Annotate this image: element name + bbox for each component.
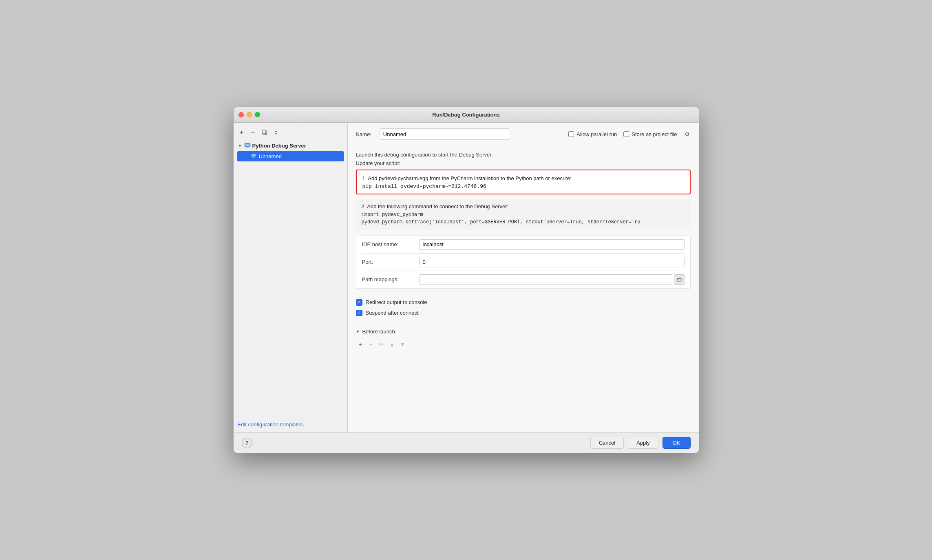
sidebar: + − ▼ (234, 123, 348, 432)
path-mappings-label: Path mappings: (362, 276, 419, 282)
ide-host-input[interactable] (419, 239, 685, 250)
port-input[interactable] (419, 257, 685, 267)
tree-child-label: Unnamed (259, 153, 282, 159)
description-text: Launch this debug configuration to start… (356, 152, 691, 158)
title-bar: Run/Debug Configurations (234, 107, 699, 123)
step2-box: 2. Add the following command to connect … (356, 199, 691, 230)
remove-config-button[interactable]: − (248, 128, 258, 137)
suspend-after-connect-checkbox[interactable]: ✓ (356, 310, 362, 316)
step2-code-line2: pydevd_pycharm.settrace('localhost', por… (362, 219, 640, 225)
suspend-after-connect-row: ✓ Suspend after connect (356, 310, 691, 316)
ok-button[interactable]: OK (663, 437, 691, 449)
suspend-after-connect-label: Suspend after connect (366, 310, 419, 316)
checkboxes-section: ✓ Redirect output to console ✓ Suspend a… (356, 294, 691, 325)
move-config-button[interactable] (271, 128, 281, 137)
main-content: + − ▼ (234, 123, 699, 432)
edit-templates-link[interactable]: Edit configuration templates... (238, 421, 307, 428)
action-buttons: Cancel Apply OK (590, 437, 691, 449)
update-script-label: Update your script: (356, 160, 691, 166)
settings-gear-button[interactable]: ⚙ (684, 130, 691, 138)
tree-child-unnamed[interactable]: Unnamed (237, 151, 344, 161)
config-body: Launch this debug configuration to start… (348, 145, 699, 432)
before-launch-edit-button[interactable]: ✏ (377, 340, 386, 349)
checkmark-icon: ✓ (357, 300, 361, 304)
maximize-button[interactable] (255, 112, 260, 117)
ide-host-label: IDE host name: (362, 241, 419, 247)
before-launch-remove-button[interactable]: − (367, 340, 375, 349)
sidebar-toolbar: + − (234, 126, 347, 141)
config-header-right: Allow parallel run Store as project file… (568, 130, 690, 138)
svg-point-4 (247, 147, 248, 148)
tree-group: ▼ Python Debug Server (234, 141, 347, 162)
before-launch-add-button[interactable]: + (356, 340, 365, 349)
before-launch-collapse-arrow[interactable]: ▼ (356, 329, 360, 334)
close-button[interactable] (239, 112, 244, 117)
checkmark-icon-2: ✓ (357, 311, 361, 315)
cancel-button[interactable]: Cancel (590, 437, 624, 449)
svg-rect-3 (245, 144, 250, 146)
svg-point-7 (253, 157, 254, 158)
svg-rect-6 (252, 154, 255, 157)
before-launch-move-up-button[interactable]: ▲ (388, 340, 397, 349)
step1-text: 1. Add pydevd-pycharm.egg from the PyCha… (362, 174, 684, 183)
tree-parent-label: Python Debug Server (252, 143, 306, 149)
step1-code: pip install pydevd-pycharm~=212.4746.96 (362, 183, 486, 190)
path-mappings-row: Path mappings: (362, 271, 685, 288)
config-panel: Name: Allow parallel run Store as projec… (348, 123, 699, 432)
window-title: Run/Debug Configurations (432, 112, 499, 118)
name-label: Name: (356, 131, 371, 137)
before-launch-header: ▼ Before launch (356, 329, 691, 335)
help-button[interactable]: ? (242, 438, 252, 448)
store-project-label: Store as project file (632, 131, 677, 137)
path-mappings-browse-button[interactable] (674, 274, 685, 285)
tree-expand-arrow: ▼ (238, 143, 243, 148)
apply-button[interactable]: Apply (628, 437, 658, 449)
ide-host-row: IDE host name: (362, 236, 685, 254)
bottom-bar: ? Cancel Apply OK (234, 432, 699, 453)
copy-config-button[interactable] (260, 128, 269, 137)
path-mappings-input[interactable] (419, 274, 672, 285)
before-launch-label: Before launch (362, 329, 395, 335)
tree-child-icon (251, 153, 256, 160)
store-project-group: Store as project file (623, 131, 677, 137)
redirect-output-checkbox[interactable]: ✓ (356, 299, 362, 306)
before-launch-toolbar: + − ✏ ▲ ▼ (356, 338, 691, 351)
allow-parallel-group: Allow parallel run (568, 131, 617, 137)
redirect-output-row: ✓ Redirect output to console (356, 299, 691, 306)
before-launch-move-down-button[interactable]: ▼ (398, 340, 407, 349)
store-project-checkbox[interactable] (623, 131, 629, 137)
step1-box: 1. Add pydevd-pycharm.egg from the PyCha… (356, 170, 691, 194)
minimize-button[interactable] (247, 112, 252, 117)
tree-parent-python-debug-server[interactable]: ▼ Python Debug Server (235, 141, 346, 151)
name-input[interactable] (380, 128, 510, 140)
sidebar-footer: Edit configuration templates... (234, 417, 347, 432)
tree-parent-icon (244, 142, 251, 150)
step2-code-line1: import pydevd_pycharm (362, 212, 423, 218)
path-mappings-group (419, 274, 685, 285)
allow-parallel-checkbox[interactable] (568, 131, 574, 137)
port-row: Port: (362, 254, 685, 271)
before-launch-section: ▼ Before launch + − ✏ ▲ ▼ (356, 329, 691, 351)
traffic-lights (239, 112, 260, 117)
svg-rect-8 (677, 278, 681, 281)
port-label: Port: (362, 259, 419, 265)
main-window: Run/Debug Configurations + − (233, 107, 699, 453)
svg-rect-1 (262, 130, 266, 134)
allow-parallel-label: Allow parallel run (576, 131, 617, 137)
step2-text: 2. Add the following command to connect … (362, 203, 685, 209)
redirect-output-label: Redirect output to console (366, 299, 427, 305)
config-header: Name: Allow parallel run Store as projec… (348, 123, 699, 145)
add-config-button[interactable]: + (237, 128, 247, 137)
form-section: IDE host name: Port: Path mappings: (356, 236, 691, 289)
